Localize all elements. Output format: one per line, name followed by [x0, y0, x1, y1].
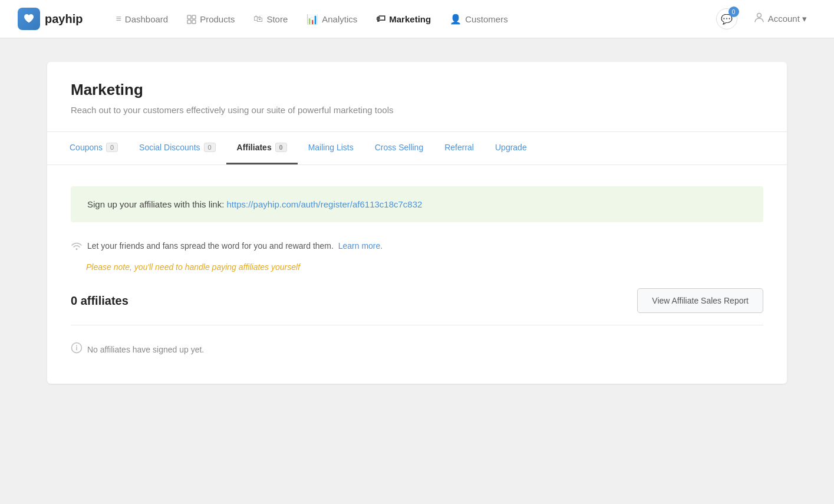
affiliates-count: 0 affiliates [71, 294, 128, 308]
info-section: Let your friends and fans spread the wor… [71, 241, 763, 272]
tab-referral[interactable]: Referral [434, 132, 484, 164]
tabs-bar: Coupons 0 Social Discounts 0 Affiliates … [47, 132, 787, 165]
no-affiliates-text: No affiliates have signed up yet. [87, 345, 204, 354]
tab-referral-label: Referral [444, 143, 474, 152]
nav-item-products[interactable]: Products [177, 0, 244, 38]
chat-button[interactable]: 💬 0 [716, 8, 737, 29]
tab-affiliates[interactable]: Affiliates 0 [226, 132, 298, 164]
page-title: Marketing [71, 81, 763, 99]
svg-point-4 [757, 14, 761, 18]
tab-social-discounts-badge: 0 [204, 143, 216, 152]
svg-rect-0 [187, 15, 191, 19]
chat-badge: 0 [728, 6, 739, 17]
affiliate-link-box: Sign up your affiliates with this link: … [71, 186, 763, 222]
affiliates-note: Please note, you'll need to handle payin… [86, 262, 763, 272]
nav-label-account: Account ▾ [768, 14, 807, 24]
page-wrapper: Marketing Reach out to your customers ef… [0, 38, 834, 407]
svg-rect-2 [187, 20, 191, 24]
tab-coupons[interactable]: Coupons 0 [59, 132, 128, 164]
nav-label-customers: Customers [465, 14, 508, 24]
tab-cross-selling[interactable]: Cross Selling [364, 132, 434, 164]
view-affiliate-sales-report-button[interactable]: View Affiliate Sales Report [637, 288, 763, 313]
brand-name: payhip [45, 12, 83, 26]
brand-icon [18, 8, 40, 30]
nav-item-store[interactable]: 🛍 Store [244, 0, 297, 38]
nav-item-account[interactable]: Account ▾ [744, 0, 816, 38]
main-card: Marketing Reach out to your customers ef… [47, 62, 787, 384]
tab-cross-selling-label: Cross Selling [375, 143, 423, 152]
affiliate-link-text: Sign up your affiliates with this link: [87, 199, 224, 209]
customers-icon: 👤 [450, 14, 461, 25]
brand-logo[interactable]: payhip [18, 8, 83, 30]
nav-item-analytics[interactable]: 📊 Analytics [297, 0, 367, 38]
nav-label-products: Products [200, 14, 235, 24]
tab-coupons-badge: 0 [106, 143, 118, 152]
tab-social-discounts-label: Social Discounts [139, 143, 200, 152]
tab-mailing-lists[interactable]: Mailing Lists [298, 132, 364, 164]
products-icon [187, 14, 196, 24]
svg-rect-1 [192, 15, 196, 19]
store-icon: 🛍 [253, 14, 263, 24]
tab-affiliates-badge: 0 [275, 143, 287, 152]
affiliates-row: 0 affiliates View Affiliate Sales Report [71, 288, 763, 313]
tab-upgrade-label: Upgrade [495, 143, 527, 152]
nav-right: 💬 0 Account ▾ [716, 0, 816, 38]
nav-label-store: Store [266, 14, 288, 24]
nav-label-analytics: Analytics [322, 14, 357, 24]
card-header: Marketing Reach out to your customers ef… [47, 62, 787, 132]
svg-point-7 [76, 345, 77, 347]
tab-social-discounts[interactable]: Social Discounts 0 [128, 132, 226, 164]
svg-point-5 [76, 248, 78, 250]
tab-coupons-label: Coupons [70, 143, 103, 152]
tab-affiliates-label: Affiliates [237, 143, 272, 152]
dashboard-icon: ≡ [116, 14, 121, 24]
no-affiliates-message: No affiliates have signed up yet. [71, 325, 763, 363]
account-icon [754, 12, 764, 25]
page-subtitle: Reach out to your customers effectively … [71, 105, 763, 115]
info-line-spread: Let your friends and fans spread the wor… [71, 241, 763, 255]
affiliate-link-url[interactable]: https://payhip.com/auth/register/af6113c… [227, 199, 423, 209]
card-body: Sign up your affiliates with this link: … [47, 165, 787, 384]
nav-links: ≡ Dashboard Products 🛍 Store 📊 Analytics [106, 0, 716, 38]
learn-more-link[interactable]: Learn more. [338, 241, 383, 251]
nav-label-marketing: Marketing [389, 14, 431, 24]
tab-mailing-lists-label: Mailing Lists [308, 143, 354, 152]
nav-label-dashboard: Dashboard [125, 14, 168, 24]
info-text: Let your friends and fans spread the wor… [87, 241, 383, 251]
tab-upgrade[interactable]: Upgrade [484, 132, 538, 164]
svg-rect-3 [192, 20, 196, 24]
analytics-icon: 📊 [306, 14, 318, 25]
nav-item-marketing[interactable]: 🏷 Marketing [367, 0, 440, 38]
info-circle-icon [71, 342, 83, 357]
marketing-icon: 🏷 [376, 14, 385, 24]
nav-item-dashboard[interactable]: ≡ Dashboard [106, 0, 177, 38]
wifi-icon [71, 241, 83, 255]
nav-item-customers[interactable]: 👤 Customers [440, 0, 517, 38]
navbar: payhip ≡ Dashboard Products 🛍 Store 📊 [0, 0, 834, 38]
